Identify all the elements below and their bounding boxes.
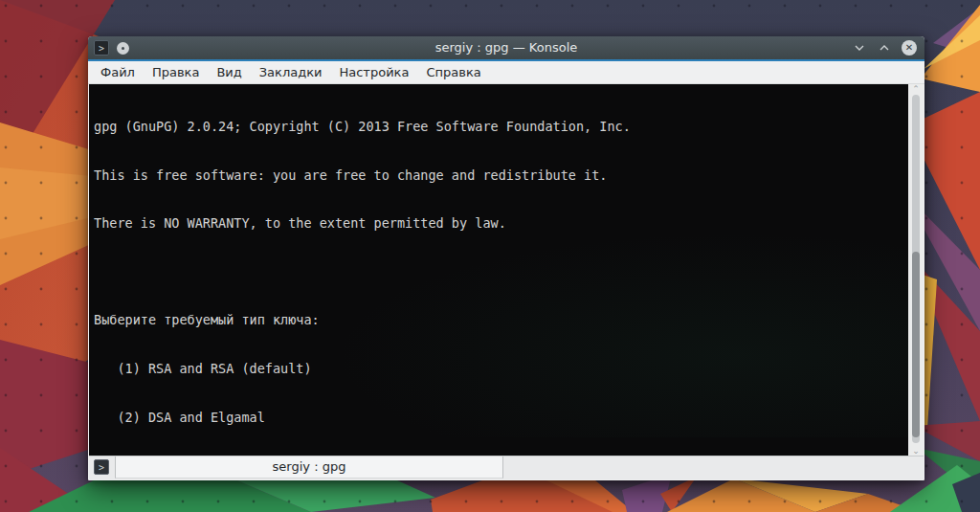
terminal-output[interactable]: gpg (GnuPG) 2.0.24; Copyright (C) 2013 F… <box>89 84 908 456</box>
menu-help[interactable]: Справка <box>417 61 489 84</box>
menu-file[interactable]: Файл <box>92 61 144 84</box>
terminal-line: gpg (GnuPG) 2.0.24; Copyright (C) 2013 F… <box>94 118 908 136</box>
titlebar[interactable]: > sergiy : gpg — Konsole ✕ <box>88 36 924 59</box>
menu-bar: Файл Правка Вид Закладки Настройка Справ… <box>88 61 924 84</box>
konsole-window: > sergiy : gpg — Konsole ✕ <box>88 36 924 480</box>
close-icon: ✕ <box>905 40 913 56</box>
new-tab-icon[interactable]: > <box>94 459 109 475</box>
tab-bar: > sergiy : gpg <box>89 456 924 479</box>
close-button[interactable]: ✕ <box>902 40 917 56</box>
tab-label: sergiy : gpg <box>273 459 346 474</box>
terminal-line: There is NO WARRANTY, to the extent perm… <box>94 214 908 233</box>
terminal-line: Выберите требуемый тип ключа: <box>94 311 908 329</box>
scrollbar-thumb[interactable] <box>912 252 920 437</box>
minimize-button[interactable] <box>852 40 867 56</box>
desktop: > sergiy : gpg — Konsole ✕ <box>0 0 980 512</box>
menu-view[interactable]: Вид <box>208 61 250 84</box>
menu-settings[interactable]: Настройка <box>330 61 417 84</box>
chevron-down-icon <box>855 43 864 53</box>
scroll-up-icon[interactable]: ⌃ <box>908 84 924 94</box>
terminal-line: (2) DSA and Elgamal <box>94 409 908 427</box>
chevron-up-icon <box>880 43 889 53</box>
terminal-line: This is free software: you are free to c… <box>94 167 908 185</box>
menu-bookmarks[interactable]: Закладки <box>251 61 331 84</box>
maximize-button[interactable] <box>877 40 892 56</box>
menu-edit[interactable]: Правка <box>144 61 208 84</box>
scroll-down-icon[interactable]: ⌄ <box>908 446 924 456</box>
terminal-line <box>94 263 908 281</box>
tab-sergiy-gpg[interactable]: sergiy : gpg <box>115 456 503 479</box>
window-title: sergiy : gpg — Konsole <box>88 36 924 59</box>
scrollbar[interactable]: ⌃ ⌄ <box>908 84 924 456</box>
terminal-line: (1) RSA and RSA (default) <box>94 360 908 378</box>
